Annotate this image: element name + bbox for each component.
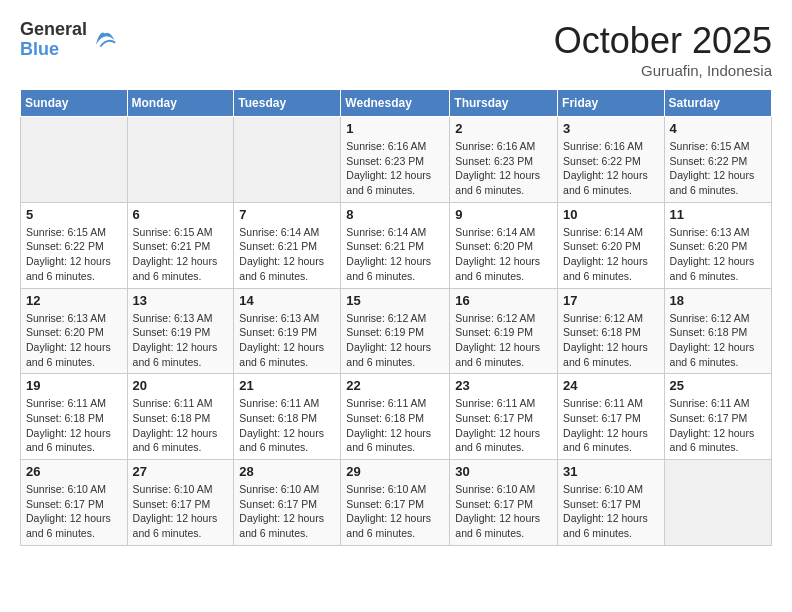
day-info: Sunrise: 6:12 AMSunset: 6:18 PMDaylight:… [670, 311, 766, 370]
day-info: Sunrise: 6:16 AMSunset: 6:23 PMDaylight:… [346, 139, 444, 198]
calendar-header-tuesday: Tuesday [234, 90, 341, 117]
title-block: October 2025 Guruafin, Indonesia [554, 20, 772, 79]
day-number: 10 [563, 207, 659, 222]
day-info: Sunrise: 6:10 AMSunset: 6:17 PMDaylight:… [563, 482, 659, 541]
day-number: 14 [239, 293, 335, 308]
day-info: Sunrise: 6:11 AMSunset: 6:18 PMDaylight:… [239, 396, 335, 455]
month-title: October 2025 [554, 20, 772, 62]
day-info: Sunrise: 6:12 AMSunset: 6:19 PMDaylight:… [455, 311, 552, 370]
day-info: Sunrise: 6:15 AMSunset: 6:21 PMDaylight:… [133, 225, 229, 284]
calendar-cell: 7Sunrise: 6:14 AMSunset: 6:21 PMDaylight… [234, 202, 341, 288]
calendar-cell: 4Sunrise: 6:15 AMSunset: 6:22 PMDaylight… [664, 117, 771, 203]
day-number: 28 [239, 464, 335, 479]
day-number: 26 [26, 464, 122, 479]
logo: General Blue [20, 20, 119, 60]
day-info: Sunrise: 6:10 AMSunset: 6:17 PMDaylight:… [239, 482, 335, 541]
calendar-cell: 31Sunrise: 6:10 AMSunset: 6:17 PMDayligh… [558, 460, 665, 546]
day-info: Sunrise: 6:10 AMSunset: 6:17 PMDaylight:… [455, 482, 552, 541]
calendar-cell: 18Sunrise: 6:12 AMSunset: 6:18 PMDayligh… [664, 288, 771, 374]
day-info: Sunrise: 6:13 AMSunset: 6:19 PMDaylight:… [239, 311, 335, 370]
day-number: 24 [563, 378, 659, 393]
day-info: Sunrise: 6:10 AMSunset: 6:17 PMDaylight:… [133, 482, 229, 541]
day-number: 8 [346, 207, 444, 222]
calendar-cell: 24Sunrise: 6:11 AMSunset: 6:17 PMDayligh… [558, 374, 665, 460]
day-number: 12 [26, 293, 122, 308]
day-info: Sunrise: 6:11 AMSunset: 6:17 PMDaylight:… [455, 396, 552, 455]
calendar-header-saturday: Saturday [664, 90, 771, 117]
day-number: 31 [563, 464, 659, 479]
day-number: 16 [455, 293, 552, 308]
logo-blue-text: Blue [20, 40, 87, 60]
day-number: 4 [670, 121, 766, 136]
day-info: Sunrise: 6:15 AMSunset: 6:22 PMDaylight:… [670, 139, 766, 198]
day-info: Sunrise: 6:11 AMSunset: 6:17 PMDaylight:… [563, 396, 659, 455]
day-info: Sunrise: 6:15 AMSunset: 6:22 PMDaylight:… [26, 225, 122, 284]
day-number: 30 [455, 464, 552, 479]
day-number: 7 [239, 207, 335, 222]
calendar-cell: 13Sunrise: 6:13 AMSunset: 6:19 PMDayligh… [127, 288, 234, 374]
day-number: 5 [26, 207, 122, 222]
calendar-cell: 21Sunrise: 6:11 AMSunset: 6:18 PMDayligh… [234, 374, 341, 460]
calendar-cell: 17Sunrise: 6:12 AMSunset: 6:18 PMDayligh… [558, 288, 665, 374]
calendar-cell: 22Sunrise: 6:11 AMSunset: 6:18 PMDayligh… [341, 374, 450, 460]
calendar-cell: 9Sunrise: 6:14 AMSunset: 6:20 PMDaylight… [450, 202, 558, 288]
day-info: Sunrise: 6:13 AMSunset: 6:19 PMDaylight:… [133, 311, 229, 370]
calendar-header-sunday: Sunday [21, 90, 128, 117]
logo-icon [91, 26, 119, 54]
calendar-cell: 16Sunrise: 6:12 AMSunset: 6:19 PMDayligh… [450, 288, 558, 374]
calendar-cell: 19Sunrise: 6:11 AMSunset: 6:18 PMDayligh… [21, 374, 128, 460]
calendar-cell: 1Sunrise: 6:16 AMSunset: 6:23 PMDaylight… [341, 117, 450, 203]
calendar-cell: 26Sunrise: 6:10 AMSunset: 6:17 PMDayligh… [21, 460, 128, 546]
day-number: 23 [455, 378, 552, 393]
location-subtitle: Guruafin, Indonesia [554, 62, 772, 79]
day-number: 3 [563, 121, 659, 136]
calendar-cell: 15Sunrise: 6:12 AMSunset: 6:19 PMDayligh… [341, 288, 450, 374]
day-number: 13 [133, 293, 229, 308]
day-number: 15 [346, 293, 444, 308]
calendar-week-row: 12Sunrise: 6:13 AMSunset: 6:20 PMDayligh… [21, 288, 772, 374]
calendar-header-friday: Friday [558, 90, 665, 117]
calendar-header-row: SundayMondayTuesdayWednesdayThursdayFrid… [21, 90, 772, 117]
calendar-cell: 20Sunrise: 6:11 AMSunset: 6:18 PMDayligh… [127, 374, 234, 460]
day-info: Sunrise: 6:11 AMSunset: 6:18 PMDaylight:… [26, 396, 122, 455]
calendar-cell: 5Sunrise: 6:15 AMSunset: 6:22 PMDaylight… [21, 202, 128, 288]
calendar-week-row: 5Sunrise: 6:15 AMSunset: 6:22 PMDaylight… [21, 202, 772, 288]
day-number: 20 [133, 378, 229, 393]
calendar-cell [127, 117, 234, 203]
calendar-header-thursday: Thursday [450, 90, 558, 117]
calendar-cell: 3Sunrise: 6:16 AMSunset: 6:22 PMDaylight… [558, 117, 665, 203]
day-info: Sunrise: 6:12 AMSunset: 6:18 PMDaylight:… [563, 311, 659, 370]
day-number: 29 [346, 464, 444, 479]
calendar-week-row: 26Sunrise: 6:10 AMSunset: 6:17 PMDayligh… [21, 460, 772, 546]
calendar-cell: 27Sunrise: 6:10 AMSunset: 6:17 PMDayligh… [127, 460, 234, 546]
day-info: Sunrise: 6:16 AMSunset: 6:23 PMDaylight:… [455, 139, 552, 198]
day-info: Sunrise: 6:14 AMSunset: 6:21 PMDaylight:… [346, 225, 444, 284]
day-info: Sunrise: 6:14 AMSunset: 6:20 PMDaylight:… [455, 225, 552, 284]
calendar-cell: 10Sunrise: 6:14 AMSunset: 6:20 PMDayligh… [558, 202, 665, 288]
day-number: 17 [563, 293, 659, 308]
day-info: Sunrise: 6:13 AMSunset: 6:20 PMDaylight:… [670, 225, 766, 284]
calendar-cell: 30Sunrise: 6:10 AMSunset: 6:17 PMDayligh… [450, 460, 558, 546]
day-info: Sunrise: 6:12 AMSunset: 6:19 PMDaylight:… [346, 311, 444, 370]
day-info: Sunrise: 6:11 AMSunset: 6:18 PMDaylight:… [346, 396, 444, 455]
day-info: Sunrise: 6:16 AMSunset: 6:22 PMDaylight:… [563, 139, 659, 198]
calendar-cell [21, 117, 128, 203]
day-number: 22 [346, 378, 444, 393]
calendar-week-row: 1Sunrise: 6:16 AMSunset: 6:23 PMDaylight… [21, 117, 772, 203]
calendar-cell: 14Sunrise: 6:13 AMSunset: 6:19 PMDayligh… [234, 288, 341, 374]
calendar-header-monday: Monday [127, 90, 234, 117]
day-info: Sunrise: 6:13 AMSunset: 6:20 PMDaylight:… [26, 311, 122, 370]
day-number: 6 [133, 207, 229, 222]
calendar-cell: 23Sunrise: 6:11 AMSunset: 6:17 PMDayligh… [450, 374, 558, 460]
calendar-cell: 2Sunrise: 6:16 AMSunset: 6:23 PMDaylight… [450, 117, 558, 203]
calendar-cell: 12Sunrise: 6:13 AMSunset: 6:20 PMDayligh… [21, 288, 128, 374]
day-info: Sunrise: 6:14 AMSunset: 6:21 PMDaylight:… [239, 225, 335, 284]
day-number: 27 [133, 464, 229, 479]
day-info: Sunrise: 6:11 AMSunset: 6:18 PMDaylight:… [133, 396, 229, 455]
day-info: Sunrise: 6:10 AMSunset: 6:17 PMDaylight:… [346, 482, 444, 541]
page-header: General Blue October 2025 Guruafin, Indo… [20, 20, 772, 79]
calendar-cell: 6Sunrise: 6:15 AMSunset: 6:21 PMDaylight… [127, 202, 234, 288]
day-number: 19 [26, 378, 122, 393]
day-number: 21 [239, 378, 335, 393]
day-info: Sunrise: 6:10 AMSunset: 6:17 PMDaylight:… [26, 482, 122, 541]
